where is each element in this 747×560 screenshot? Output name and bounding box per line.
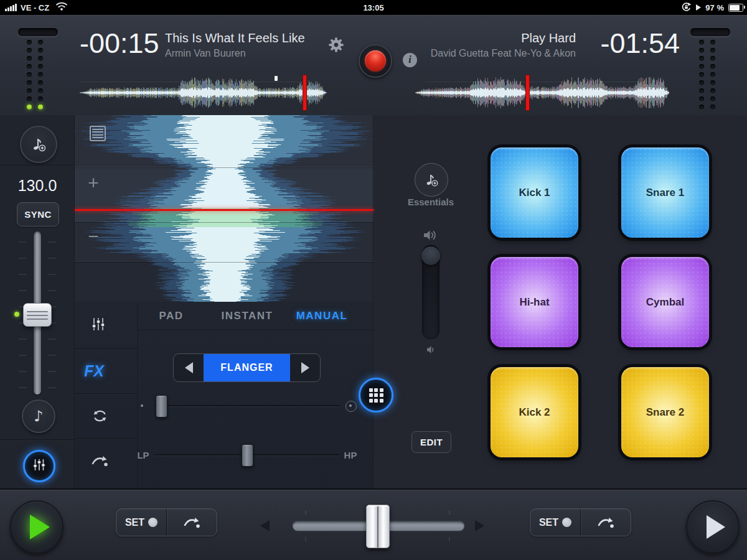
sync-button[interactable]: SYNC (17, 202, 59, 226)
now-playing-icon (696, 4, 701, 11)
record-icon (365, 50, 386, 72)
effect-selector: FLANGER (173, 353, 321, 382)
cue-dot-icon (148, 518, 157, 527)
loop-icon[interactable] (92, 408, 108, 427)
deck-b-time-remaining: -01:54 (579, 27, 680, 60)
deck-a-time-remaining: -00:15 (80, 27, 159, 60)
pad-hihat[interactable]: Hi-hat (491, 257, 578, 347)
deck-a-play-button[interactable] (10, 500, 63, 554)
deck-a-jump-cue-button[interactable] (167, 509, 217, 536)
filter-hp-label: HP (344, 450, 357, 460)
fx-amount-slider-track[interactable] (154, 405, 339, 406)
effect-next-button[interactable] (290, 354, 320, 381)
deck-b-playhead (525, 75, 530, 111)
speaker-slot-right (690, 27, 731, 37)
deck-a-cue-group: SET (116, 508, 217, 536)
tab-manual[interactable]: MANUAL (296, 310, 348, 322)
tab-pad[interactable]: PAD (159, 310, 183, 322)
deck-a-overview-waveform[interactable] (78, 74, 374, 111)
deck-b-title: Play Hard (389, 31, 576, 45)
deck-b-set-cue-button[interactable]: SET (530, 509, 581, 536)
zoom-in-button[interactable]: + (75, 172, 112, 194)
filter-slider-handle[interactable] (242, 444, 253, 467)
play-icon-white (707, 515, 725, 539)
track-list-icon[interactable] (90, 126, 106, 141)
key-note-button[interactable]: ♪ (22, 399, 55, 433)
zoom-out-button[interactable]: − (75, 226, 112, 247)
speaker-loud-icon (423, 228, 439, 245)
eq-mixer-button[interactable] (23, 450, 55, 482)
pad-cymbal[interactable]: Cymbal (621, 257, 709, 347)
pad-snare-2[interactable]: Snare 2 (621, 367, 709, 457)
deck-b-play-button[interactable] (686, 500, 740, 554)
clock: 13:05 (0, 3, 747, 12)
play-icon-green (30, 515, 50, 539)
pad-kick-1[interactable]: Kick 1 (491, 147, 578, 238)
tempo-fader-handle[interactable] (23, 303, 52, 327)
bpm-value: 130.0 (0, 177, 75, 195)
djay-app-screen: VE - CZ 13:05 (0, 0, 747, 560)
battery-icon (728, 4, 743, 12)
cue-dot-icon (562, 518, 571, 527)
crossfader-left-arrow (260, 520, 270, 531)
filter-lp-label: LP (137, 450, 149, 460)
deck-a-playhead (303, 75, 307, 111)
curved-arrow-dot-icon (596, 515, 615, 530)
main-playhead-line (75, 209, 374, 211)
cue-marker (275, 76, 278, 81)
deck-b-cue-group: SET (530, 508, 631, 536)
speaker-soft-icon (426, 345, 437, 357)
fx-rail-fx-tab[interactable]: FX (82, 362, 106, 380)
sampler-volume-knob[interactable] (421, 246, 440, 265)
chevron-right-icon (301, 362, 309, 373)
fx-target-icon (345, 401, 357, 412)
deck-b-jump-cue-button[interactable] (581, 509, 631, 536)
grid-icon (369, 388, 383, 403)
fx-rail-mixer-icon[interactable] (90, 316, 106, 335)
pad-kick-2[interactable]: Kick 2 (491, 367, 578, 457)
status-bar: VE - CZ 13:05 (0, 0, 747, 15)
crossfader-handle[interactable] (366, 505, 390, 548)
record-button[interactable] (359, 44, 392, 78)
curved-arrow-dot-icon (182, 515, 201, 530)
settings-gear-icon[interactable] (327, 35, 345, 57)
fx-amount-slider-handle[interactable] (156, 395, 167, 418)
add-track-button[interactable] (20, 126, 57, 163)
tempo-zero-led (14, 312, 19, 317)
mixer-sliders-icon (32, 457, 47, 475)
speaker-slot-left (17, 27, 59, 37)
main-waveform[interactable] (75, 115, 374, 302)
slip-arrow-icon[interactable] (90, 453, 109, 472)
deck-a-title: This Is What It Feels Like (165, 31, 305, 45)
sample-library-name: Essentials (398, 197, 463, 207)
pad-mode-button[interactable] (359, 378, 393, 413)
deck-a-set-cue-button[interactable]: SET (116, 509, 167, 536)
deck-b-overview-waveform[interactable] (414, 74, 710, 111)
tab-instant[interactable]: INSTANT (222, 310, 273, 322)
edit-button[interactable]: EDIT (411, 431, 451, 453)
deck-a-artist: Armin Van Buuren (165, 48, 246, 59)
pad-snare-1[interactable]: Snare 1 (621, 147, 709, 238)
rotation-lock-icon (681, 2, 692, 14)
chevron-left-icon (185, 362, 193, 373)
deck-b-artist: David Guetta Feat Ne-Yo & Akon (389, 48, 576, 59)
sample-library-button[interactable] (415, 163, 448, 197)
effect-prev-button[interactable] (174, 354, 204, 381)
effect-name[interactable]: FLANGER (204, 354, 290, 381)
battery-percent: 97 % (705, 3, 724, 12)
music-note-icon: ♪ (34, 408, 43, 425)
crossfader-right-arrow (475, 520, 484, 531)
